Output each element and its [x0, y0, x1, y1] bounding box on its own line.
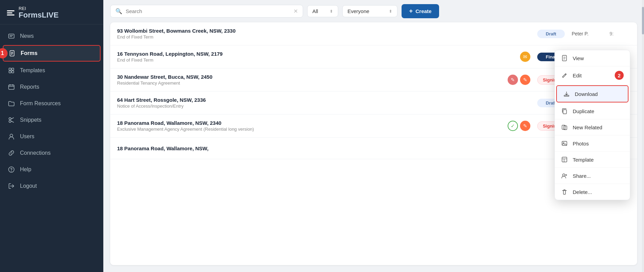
- svg-line-17: [11, 118, 14, 119]
- sidebar-item-form-resources[interactable]: Form Resources: [0, 95, 103, 112]
- sidebar-item-form-resources-label: Form Resources: [20, 100, 61, 107]
- sidebar: REI FormsLIVE News Forms 1 Templates: [0, 0, 103, 272]
- search-input[interactable]: [126, 8, 290, 14]
- row-address-3: 30 Nandewar Street, Bucca, NSW, 2450 Res…: [117, 74, 508, 86]
- row-address-6: 18 Panorama Road, Wallamore, NSW,: [117, 145, 588, 151]
- menu-item-share-label: Share...: [573, 173, 591, 179]
- row-address-4: 64 Hart Street, Rossgole, NSW, 2336 Noti…: [117, 97, 530, 109]
- question-icon: [8, 166, 15, 173]
- search-box[interactable]: 🔍 ✕: [110, 5, 303, 18]
- svg-rect-7: [9, 68, 11, 70]
- toolbar: 🔍 ✕ All ⬍ Everyone ⬍ + Create: [103, 0, 644, 22]
- svg-rect-10: [12, 71, 14, 73]
- address-text: 16 Tennyson Road, Leppington, NSW, 2179: [117, 51, 520, 57]
- svg-rect-34: [562, 157, 567, 162]
- scissors-icon: [8, 116, 15, 124]
- sidebar-item-users[interactable]: Users: [0, 128, 103, 145]
- filter-everyone-select[interactable]: Everyone ⬍: [342, 5, 397, 17]
- copy-icon: [561, 108, 568, 115]
- sidebar-item-reports[interactable]: Reports: [0, 79, 103, 95]
- svg-rect-0: [9, 34, 14, 38]
- create-label: Create: [416, 8, 432, 14]
- menu-item-duplicate[interactable]: Duplicate: [555, 103, 630, 119]
- calendar-icon: [8, 83, 15, 91]
- menu-item-share[interactable]: Share...: [555, 168, 630, 184]
- menu-item-duplicate-label: Duplicate: [573, 108, 594, 114]
- sidebar-item-forms-label: Forms: [21, 50, 38, 56]
- menu-item-new-related-label: New Related: [573, 124, 602, 130]
- sidebar-item-forms[interactable]: Forms 1: [3, 45, 101, 62]
- filter-all-select[interactable]: All ⬍: [307, 5, 338, 17]
- sidebar-nav: News Forms 1 Templates Reports: [0, 24, 103, 272]
- logout-icon: [8, 182, 15, 190]
- svg-rect-29: [563, 110, 567, 114]
- sidebar-item-news[interactable]: News: [0, 28, 103, 44]
- table-row[interactable]: 93 Wollombi Street, Bowmans Creek, NSW, …: [110, 22, 637, 45]
- menu-item-delete[interactable]: Delete...: [555, 184, 630, 200]
- plus-icon: +: [409, 8, 413, 15]
- sidebar-item-connections[interactable]: Connections: [0, 145, 103, 161]
- menu-item-download[interactable]: Download: [556, 85, 629, 102]
- chevron-up-down-icon-2: ⬍: [389, 9, 392, 14]
- menu-item-template[interactable]: Template: [555, 152, 630, 168]
- menu-item-photos-label: Photos: [573, 141, 589, 146]
- form-type-text: End of Fixed Term: [117, 57, 520, 63]
- create-button[interactable]: + Create: [402, 4, 439, 18]
- menu-item-delete-label: Delete...: [573, 189, 592, 195]
- sidebar-logo: REI FormsLIVE: [0, 0, 103, 24]
- chevron-up-down-icon: ⬍: [330, 9, 333, 14]
- sidebar-item-snippets[interactable]: Snippets: [0, 112, 103, 128]
- forms-table: 93 Wollombi Street, Bowmans Creek, NSW, …: [110, 22, 637, 265]
- svg-rect-28: [564, 95, 569, 96]
- main-content: 🔍 ✕ All ⬍ Everyone ⬍ + Create 93 Wollomb…: [103, 0, 644, 272]
- menu-item-photos[interactable]: Photos: [555, 135, 630, 152]
- sidebar-item-news-label: News: [20, 33, 34, 39]
- row-icons-3: ✎ ✎: [508, 75, 530, 85]
- menu-item-new-related[interactable]: New Related: [555, 119, 630, 135]
- check-white-icon-badge: ✓: [508, 121, 518, 131]
- folder-icon: [8, 100, 15, 107]
- address-text: 18 Panorama Road, Wallamore, NSW, 2340: [117, 120, 508, 126]
- sidebar-item-logout[interactable]: Logout: [0, 178, 103, 194]
- sidebar-item-help-label: Help: [20, 166, 31, 173]
- annotation-2-badge: 2: [615, 71, 624, 80]
- row-address-1: 93 Wollombi Street, Bowmans Creek, NSW, …: [117, 28, 530, 40]
- search-clear-icon[interactable]: ✕: [293, 8, 298, 14]
- sidebar-item-templates[interactable]: Templates: [0, 62, 103, 79]
- menu-item-view-label: View: [573, 55, 584, 61]
- menu-item-edit[interactable]: Edit 2: [555, 66, 630, 85]
- svg-point-21: [11, 171, 12, 172]
- edit-orange-icon-badge-5: ✎: [520, 121, 530, 131]
- sidebar-item-snippets-label: Snippets: [20, 117, 41, 123]
- pencil-icon: [561, 72, 568, 79]
- doc-copy-icon: [561, 124, 568, 131]
- document-icon: [8, 50, 16, 57]
- svg-line-27: [565, 74, 566, 75]
- edit-red-icon-badge: ✎: [508, 75, 518, 85]
- logo-text: REI FormsLIVE: [19, 6, 59, 19]
- search-icon: 🔍: [115, 8, 122, 14]
- svg-point-16: [9, 118, 11, 120]
- newspaper-icon: [8, 32, 15, 40]
- address-text: 64 Hart Street, Rossgole, NSW, 2336: [117, 97, 530, 103]
- sidebar-item-templates-label: Templates: [20, 67, 45, 74]
- address-text: 30 Nandewar Street, Bucca, NSW, 2450: [117, 74, 508, 80]
- person-icon: [8, 133, 15, 140]
- logo-icon: [7, 10, 14, 15]
- form-type-text: End of Fixed Term: [117, 34, 530, 40]
- menu-item-view[interactable]: View: [555, 50, 630, 66]
- link-icon: [8, 149, 15, 157]
- trash-icon: [561, 188, 568, 195]
- form-type-text: Exclusive Management Agency Agreement (R…: [117, 127, 508, 132]
- sidebar-item-help[interactable]: Help: [0, 161, 103, 178]
- sidebar-item-users-label: Users: [20, 133, 34, 140]
- annotation-1-badge: 1: [0, 48, 8, 58]
- menu-item-template-label: Template: [573, 157, 594, 163]
- row-icons-2: ✉: [520, 52, 530, 62]
- row-icons-5: ✓ ✎: [508, 121, 530, 131]
- filter-all-label: All: [312, 8, 318, 14]
- svg-line-18: [11, 121, 14, 123]
- doc-icon: [561, 55, 568, 62]
- table-icon: [561, 156, 568, 163]
- row-user: Peter P.: [572, 31, 603, 36]
